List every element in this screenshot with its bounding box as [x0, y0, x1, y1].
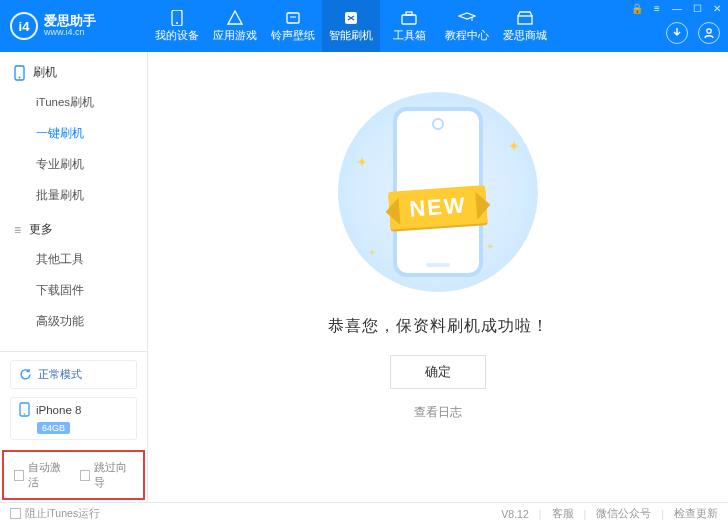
nav-store[interactable]: 爱思商城 [496, 0, 554, 52]
nav-smart-flash[interactable]: 智能刷机 [322, 0, 380, 52]
checkbox-label: 自动激活 [28, 460, 67, 490]
refresh-icon [19, 368, 32, 381]
svg-point-1 [176, 22, 178, 24]
mode-button[interactable]: 正常模式 [10, 360, 137, 389]
apps-icon [226, 10, 244, 26]
sidebar-bottom: 正常模式 iPhone 8 64GB [0, 351, 147, 448]
device-name: iPhone 8 [36, 404, 81, 416]
sidebar-group-more[interactable]: ≡ 更多 [0, 211, 147, 244]
logo-icon: i4 [10, 12, 38, 40]
sidebar-item-batch-flash[interactable]: 批量刷机 [0, 180, 147, 211]
sparkle-icon: ✦ [356, 154, 368, 170]
phone-icon [14, 65, 25, 81]
maximize-icon[interactable]: ☐ [690, 2, 704, 14]
nav-label: 爱思商城 [503, 28, 547, 43]
checkbox-icon [80, 470, 90, 481]
version-label: V8.12 [501, 508, 528, 520]
device-card[interactable]: iPhone 8 64GB [10, 397, 137, 440]
sidebar-item-pro-flash[interactable]: 专业刷机 [0, 149, 147, 180]
close-icon[interactable]: ✕ [710, 2, 724, 14]
main-content: NEW ✦ ✦ ✦ ✦ 恭喜您，保资料刷机成功啦！ 确定 查看日志 [148, 52, 728, 502]
svg-point-9 [19, 76, 21, 78]
svg-rect-6 [518, 16, 532, 24]
checkbox-auto-activate[interactable]: 自动激活 [14, 460, 68, 490]
sidebar-group-flash[interactable]: 刷机 [0, 54, 147, 87]
mode-label: 正常模式 [38, 367, 82, 382]
logo-text: 爱思助手 www.i4.cn [44, 14, 96, 38]
nav-label: 我的设备 [155, 28, 199, 43]
svg-rect-4 [402, 15, 416, 24]
sidebar-item-onekey-flash[interactable]: 一键刷机 [0, 118, 147, 149]
sparkle-icon: ✦ [508, 138, 520, 154]
svg-point-7 [707, 29, 711, 33]
check-update-link[interactable]: 检查更新 [674, 507, 718, 521]
sparkle-icon: ✦ [486, 241, 494, 252]
app-header: i4 爱思助手 www.i4.cn 我的设备 应用游戏 铃声壁纸 智能刷机 工具… [0, 0, 728, 52]
checkbox-label: 跳过向导 [94, 460, 133, 490]
group-title: 刷机 [33, 64, 57, 81]
sidebar-item-download-firmware[interactable]: 下载固件 [0, 275, 147, 306]
minimize-icon[interactable]: — [670, 2, 684, 14]
wechat-link[interactable]: 微信公众号 [596, 507, 651, 521]
device-phone-icon [19, 402, 30, 417]
store-icon [516, 10, 534, 26]
group-title: 更多 [29, 221, 53, 238]
checkbox-label: 阻止iTunes运行 [25, 507, 100, 521]
brand-url: www.i4.cn [44, 28, 96, 38]
checkbox-icon [14, 470, 24, 481]
success-illustration: NEW ✦ ✦ ✦ ✦ [338, 92, 538, 292]
lock-icon[interactable]: 🔒 [630, 2, 644, 14]
sparkle-icon: ✦ [368, 247, 376, 258]
nav-label: 教程中心 [445, 28, 489, 43]
logo-area: i4 爱思助手 www.i4.cn [0, 12, 148, 40]
nav-label: 智能刷机 [329, 28, 373, 43]
top-nav: 我的设备 应用游戏 铃声壁纸 智能刷机 工具箱 教程中心 爱思商城 [148, 0, 554, 52]
header-right-buttons [666, 22, 720, 44]
nav-apps-games[interactable]: 应用游戏 [206, 0, 264, 52]
checkbox-skip-guide[interactable]: 跳过向导 [80, 460, 134, 490]
checkbox-block-itunes[interactable]: 阻止iTunes运行 [10, 507, 100, 521]
nav-label: 工具箱 [393, 28, 426, 43]
svg-rect-2 [287, 13, 299, 23]
brand-name: 爱思助手 [44, 14, 96, 28]
sidebar-item-itunes-flash[interactable]: iTunes刷机 [0, 87, 147, 118]
nav-label: 铃声壁纸 [271, 28, 315, 43]
user-button[interactable] [698, 22, 720, 44]
window-controls: 🔒 ≡ — ☐ ✕ [630, 2, 724, 14]
more-icon: ≡ [14, 223, 21, 237]
flash-icon [342, 10, 360, 26]
new-ribbon: NEW [388, 185, 488, 230]
success-message: 恭喜您，保资料刷机成功啦！ [328, 316, 549, 337]
device-icon [168, 10, 186, 26]
nav-toolbox[interactable]: 工具箱 [380, 0, 438, 52]
svg-rect-5 [406, 12, 412, 15]
nav-my-device[interactable]: 我的设备 [148, 0, 206, 52]
sidebar-item-other-tools[interactable]: 其他工具 [0, 244, 147, 275]
ringtone-icon [284, 10, 302, 26]
svg-point-11 [24, 413, 26, 415]
view-log-link[interactable]: 查看日志 [414, 405, 462, 420]
activation-checks-highlight: 自动激活 跳过向导 [2, 450, 145, 500]
nav-label: 应用游戏 [213, 28, 257, 43]
checkbox-icon [10, 508, 21, 519]
status-bar: 阻止iTunes运行 V8.12 | 客服 | 微信公众号 | 检查更新 [0, 502, 728, 524]
storage-badge: 64GB [37, 422, 70, 434]
support-link[interactable]: 客服 [552, 507, 574, 521]
nav-ringtones[interactable]: 铃声壁纸 [264, 0, 322, 52]
nav-tutorials[interactable]: 教程中心 [438, 0, 496, 52]
sidebar: 刷机 iTunes刷机 一键刷机 专业刷机 批量刷机 ≡ 更多 其他工具 下载固… [0, 52, 148, 502]
menu-icon[interactable]: ≡ [650, 2, 664, 14]
ok-button[interactable]: 确定 [390, 355, 486, 389]
toolbox-icon [400, 10, 418, 26]
download-button[interactable] [666, 22, 688, 44]
sidebar-item-advanced[interactable]: 高级功能 [0, 306, 147, 337]
tutorial-icon [458, 10, 476, 26]
